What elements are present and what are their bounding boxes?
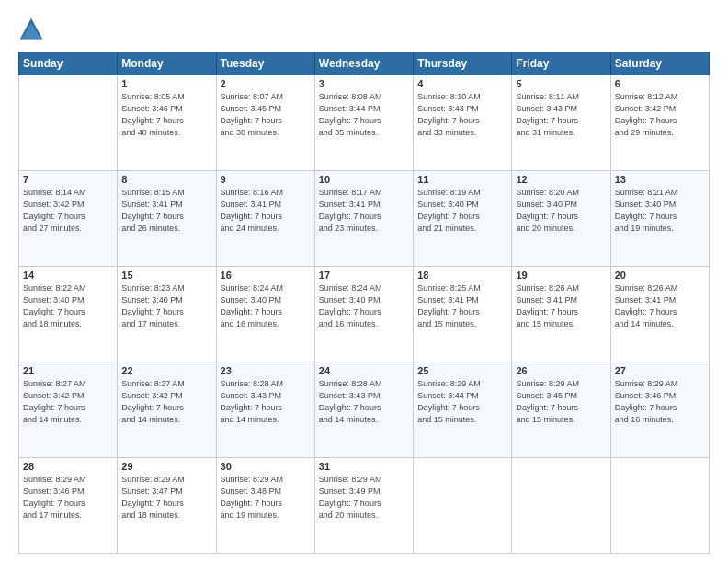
day-number: 9 — [221, 174, 311, 185]
day-info: Sunrise: 8:26 AMSunset: 3:41 PMDaylight:… — [516, 282, 606, 330]
day-number: 25 — [417, 365, 507, 376]
day-info: Sunrise: 8:14 AMSunset: 3:42 PMDaylight:… — [23, 187, 113, 235]
calendar-cell: 30Sunrise: 8:29 AMSunset: 3:48 PMDayligh… — [216, 458, 314, 554]
calendar-cell: 21Sunrise: 8:27 AMSunset: 3:42 PMDayligh… — [19, 362, 118, 458]
calendar-cell: 19Sunrise: 8:26 AMSunset: 3:41 PMDayligh… — [512, 267, 610, 362]
day-info: Sunrise: 8:28 AMSunset: 3:43 PMDaylight:… — [319, 378, 409, 426]
calendar-cell — [414, 458, 512, 554]
header — [18, 17, 710, 42]
calendar-cell: 20Sunrise: 8:26 AMSunset: 3:41 PMDayligh… — [610, 267, 709, 362]
day-number: 7 — [23, 174, 113, 185]
calendar-cell: 29Sunrise: 8:29 AMSunset: 3:47 PMDayligh… — [118, 458, 216, 554]
calendar-cell: 31Sunrise: 8:29 AMSunset: 3:49 PMDayligh… — [314, 458, 413, 554]
calendar-header-row: SundayMondayTuesdayWednesdayThursdayFrid… — [19, 52, 710, 75]
day-info: Sunrise: 8:29 AMSunset: 3:47 PMDaylight:… — [121, 474, 211, 522]
calendar-cell: 11Sunrise: 8:19 AMSunset: 3:40 PMDayligh… — [414, 171, 512, 267]
day-info: Sunrise: 8:26 AMSunset: 3:41 PMDaylight:… — [615, 282, 705, 330]
calendar-week-2: 14Sunrise: 8:22 AMSunset: 3:40 PMDayligh… — [19, 267, 710, 362]
day-number: 30 — [221, 461, 311, 472]
day-info: Sunrise: 8:08 AMSunset: 3:44 PMDaylight:… — [319, 91, 409, 139]
day-number: 10 — [319, 174, 409, 185]
calendar-cell — [610, 458, 709, 554]
day-info: Sunrise: 8:29 AMSunset: 3:45 PMDaylight:… — [516, 378, 606, 426]
day-number: 18 — [417, 270, 507, 281]
day-number: 23 — [221, 365, 311, 376]
calendar-cell: 18Sunrise: 8:25 AMSunset: 3:41 PMDayligh… — [414, 267, 512, 362]
day-info: Sunrise: 8:29 AMSunset: 3:48 PMDaylight:… — [221, 474, 311, 522]
calendar-cell: 23Sunrise: 8:28 AMSunset: 3:43 PMDayligh… — [216, 362, 314, 458]
calendar-week-4: 28Sunrise: 8:29 AMSunset: 3:46 PMDayligh… — [19, 458, 710, 554]
day-number: 28 — [23, 461, 113, 472]
day-number: 17 — [319, 270, 409, 281]
day-number: 8 — [121, 174, 211, 185]
calendar-cell: 13Sunrise: 8:21 AMSunset: 3:40 PMDayligh… — [610, 171, 709, 267]
day-number: 19 — [516, 270, 606, 281]
day-number: 29 — [121, 461, 211, 472]
calendar-cell: 3Sunrise: 8:08 AMSunset: 3:44 PMDaylight… — [314, 75, 413, 171]
day-number: 16 — [221, 270, 311, 281]
day-number: 13 — [615, 174, 705, 185]
calendar-cell: 26Sunrise: 8:29 AMSunset: 3:45 PMDayligh… — [512, 362, 610, 458]
calendar-cell: 6Sunrise: 8:12 AMSunset: 3:42 PMDaylight… — [610, 75, 709, 171]
day-number: 12 — [516, 174, 606, 185]
day-info: Sunrise: 8:10 AMSunset: 3:43 PMDaylight:… — [417, 91, 507, 139]
day-info: Sunrise: 8:29 AMSunset: 3:44 PMDaylight:… — [417, 378, 507, 426]
day-info: Sunrise: 8:28 AMSunset: 3:43 PMDaylight:… — [221, 378, 311, 426]
day-info: Sunrise: 8:29 AMSunset: 3:46 PMDaylight:… — [23, 474, 113, 522]
day-info: Sunrise: 8:12 AMSunset: 3:42 PMDaylight:… — [615, 91, 705, 139]
day-info: Sunrise: 8:29 AMSunset: 3:46 PMDaylight:… — [615, 378, 705, 426]
calendar-cell: 12Sunrise: 8:20 AMSunset: 3:40 PMDayligh… — [512, 171, 610, 267]
calendar-header-tuesday: Tuesday — [216, 52, 314, 75]
calendar-cell — [512, 458, 610, 554]
calendar-cell: 22Sunrise: 8:27 AMSunset: 3:42 PMDayligh… — [118, 362, 216, 458]
day-info: Sunrise: 8:11 AMSunset: 3:43 PMDaylight:… — [516, 91, 606, 139]
calendar-cell: 17Sunrise: 8:24 AMSunset: 3:40 PMDayligh… — [314, 267, 413, 362]
day-number: 15 — [121, 270, 211, 281]
calendar-cell: 10Sunrise: 8:17 AMSunset: 3:41 PMDayligh… — [314, 171, 413, 267]
day-number: 31 — [319, 461, 409, 472]
logo-icon — [18, 17, 44, 42]
day-number: 1 — [121, 78, 211, 89]
day-number: 20 — [615, 270, 705, 281]
calendar-header-thursday: Thursday — [414, 52, 512, 75]
calendar-header-sunday: Sunday — [19, 52, 118, 75]
day-info: Sunrise: 8:22 AMSunset: 3:40 PMDaylight:… — [23, 282, 113, 330]
day-number: 27 — [615, 365, 705, 376]
calendar-cell: 25Sunrise: 8:29 AMSunset: 3:44 PMDayligh… — [414, 362, 512, 458]
day-info: Sunrise: 8:16 AMSunset: 3:41 PMDaylight:… — [221, 187, 311, 235]
day-info: Sunrise: 8:19 AMSunset: 3:40 PMDaylight:… — [417, 187, 507, 235]
calendar-week-3: 21Sunrise: 8:27 AMSunset: 3:42 PMDayligh… — [19, 362, 710, 458]
day-number: 2 — [221, 78, 311, 89]
day-number: 22 — [121, 365, 211, 376]
day-info: Sunrise: 8:24 AMSunset: 3:40 PMDaylight:… — [319, 282, 409, 330]
day-info: Sunrise: 8:17 AMSunset: 3:41 PMDaylight:… — [319, 187, 409, 235]
calendar-cell: 14Sunrise: 8:22 AMSunset: 3:40 PMDayligh… — [19, 267, 118, 362]
day-info: Sunrise: 8:23 AMSunset: 3:40 PMDaylight:… — [121, 282, 211, 330]
calendar-header-friday: Friday — [512, 52, 610, 75]
day-info: Sunrise: 8:25 AMSunset: 3:41 PMDaylight:… — [417, 282, 507, 330]
calendar-cell: 7Sunrise: 8:14 AMSunset: 3:42 PMDaylight… — [19, 171, 118, 267]
day-number: 6 — [615, 78, 705, 89]
calendar-header-monday: Monday — [118, 52, 216, 75]
day-number: 5 — [516, 78, 606, 89]
day-number: 3 — [319, 78, 409, 89]
day-info: Sunrise: 8:24 AMSunset: 3:40 PMDaylight:… — [221, 282, 311, 330]
calendar-table: SundayMondayTuesdayWednesdayThursdayFrid… — [18, 52, 710, 554]
calendar-week-1: 7Sunrise: 8:14 AMSunset: 3:42 PMDaylight… — [19, 171, 710, 267]
calendar-header-saturday: Saturday — [610, 52, 709, 75]
day-number: 11 — [417, 174, 507, 185]
calendar-cell: 8Sunrise: 8:15 AMSunset: 3:41 PMDaylight… — [118, 171, 216, 267]
calendar-header-wednesday: Wednesday — [314, 52, 413, 75]
day-info: Sunrise: 8:05 AMSunset: 3:46 PMDaylight:… — [121, 91, 211, 139]
calendar-cell: 4Sunrise: 8:10 AMSunset: 3:43 PMDaylight… — [414, 75, 512, 171]
calendar-cell: 27Sunrise: 8:29 AMSunset: 3:46 PMDayligh… — [610, 362, 709, 458]
calendar-cell — [19, 75, 118, 171]
day-info: Sunrise: 8:29 AMSunset: 3:49 PMDaylight:… — [319, 474, 409, 522]
calendar-cell: 15Sunrise: 8:23 AMSunset: 3:40 PMDayligh… — [118, 267, 216, 362]
page: SundayMondayTuesdayWednesdayThursdayFrid… — [0, 0, 728, 563]
day-info: Sunrise: 8:27 AMSunset: 3:42 PMDaylight:… — [23, 378, 113, 426]
calendar-cell: 5Sunrise: 8:11 AMSunset: 3:43 PMDaylight… — [512, 75, 610, 171]
day-number: 24 — [319, 365, 409, 376]
calendar-cell: 24Sunrise: 8:28 AMSunset: 3:43 PMDayligh… — [314, 362, 413, 458]
day-number: 14 — [23, 270, 113, 281]
